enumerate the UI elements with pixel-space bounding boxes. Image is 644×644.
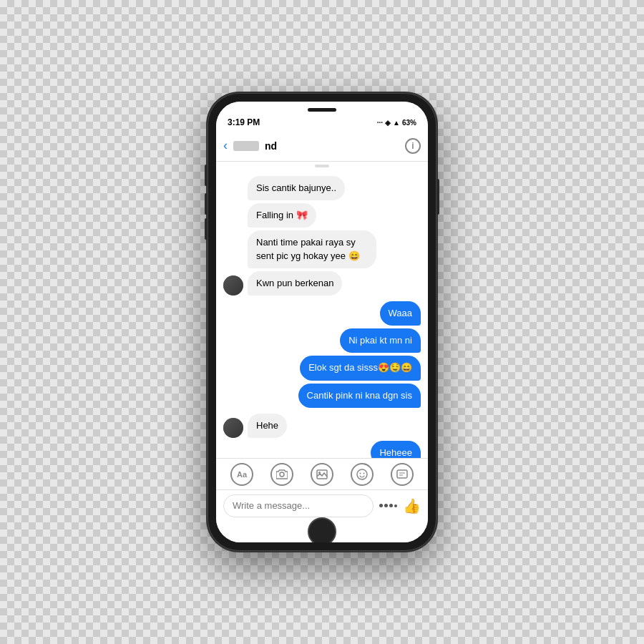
aa-label: Aa: [237, 470, 247, 479]
phone-device: 3:19 PM ··· ◈ ▲ 63% ‹ nd i: [208, 93, 436, 551]
message-bubble-10: Heheee: [371, 441, 421, 458]
contact-avatar-4: [223, 275, 243, 296]
msg-row-1: Sis cantik bajunye..: [223, 176, 421, 200]
svg-point-2: [318, 472, 321, 474]
message-bubble-8: Cantik pink ni kna dgn sis: [298, 384, 421, 408]
like-button[interactable]: 👍: [403, 497, 421, 514]
camera-button[interactable]: [270, 463, 293, 486]
message-bubble-5: Waaa: [380, 301, 421, 326]
status-bar: 3:19 PM ··· ◈ ▲ 63%: [216, 114, 428, 130]
back-button[interactable]: ‹: [223, 138, 228, 153]
msg-row-7: Elok sgt da sisss😍🤤😄: [223, 356, 421, 380]
camera-icon: [276, 469, 288, 479]
avatar-image-9: [223, 418, 243, 438]
message-bubble-2: Falling in 🎀: [248, 203, 316, 228]
text-format-button[interactable]: Aa: [230, 463, 253, 486]
message-bubble-4: Kwn pun berkenan: [248, 271, 342, 296]
msg-row-3: Nanti time pakai raya sy sent pic yg hok…: [223, 230, 421, 268]
msg-row-10: Heheee: [223, 441, 421, 458]
battery-icon: 63%: [402, 119, 416, 127]
msg-row-2: Falling in 🎀: [223, 203, 421, 228]
image-icon: [316, 469, 328, 479]
home-button[interactable]: [308, 517, 336, 542]
svg-rect-6: [397, 470, 407, 478]
msg-row-9: Hehe: [223, 414, 421, 438]
msg-row-6: Ni pkai kt mn ni: [223, 328, 421, 353]
message-bubble-9: Hehe: [248, 414, 287, 438]
scroll-indicator: [216, 162, 428, 170]
svg-point-5: [364, 472, 365, 474]
nav-bar: ‹ nd i: [216, 130, 428, 162]
home-area: [216, 521, 428, 542]
message-bubble-6: Ni pkai kt mn ni: [340, 328, 421, 353]
msg-row-4: Kwn pun berkenan: [223, 271, 421, 296]
msg-row-5: Waaa: [223, 301, 421, 326]
message-bubble-1: Sis cantik bajunye..: [248, 176, 345, 200]
sticker-icon: [396, 469, 408, 480]
input-bar: 👍: [216, 489, 428, 521]
contact-avatar-placeholder: [233, 141, 259, 151]
action-bar: Aa: [216, 458, 428, 489]
phone-top-bar: [216, 102, 428, 114]
message-bubble-3: Nanti time pakai raya sy sent pic yg hok…: [248, 230, 376, 268]
message-input[interactable]: [223, 494, 374, 517]
status-time: 3:19 PM: [228, 117, 260, 127]
avatar-image-4: [223, 275, 243, 296]
signal-dots-icon: ···: [377, 119, 383, 127]
chat-area[interactable]: Sis cantik bajunye.. Falling in 🎀 Nanti …: [216, 170, 428, 458]
sticker-button[interactable]: [391, 463, 414, 486]
more-options-icon[interactable]: [379, 504, 397, 507]
scroll-dot: [315, 165, 329, 167]
emoji-icon: [356, 469, 368, 480]
svg-point-3: [357, 469, 367, 479]
phone-screen: 3:19 PM ··· ◈ ▲ 63% ‹ nd i: [216, 102, 428, 542]
status-icons: ··· ◈ ▲ 63%: [377, 119, 416, 127]
message-bubble-7: Elok sgt da sisss😍🤤😄: [300, 356, 421, 380]
contact-name: nd: [265, 140, 277, 152]
info-button[interactable]: i: [405, 138, 421, 154]
image-button[interactable]: [311, 463, 333, 486]
wifi-icon: ◈: [385, 119, 391, 127]
signal-bars-icon: ▲: [393, 119, 400, 127]
info-icon: i: [411, 141, 414, 151]
contact-info[interactable]: nd: [233, 140, 405, 152]
contact-avatar-9: [223, 418, 243, 438]
svg-point-4: [360, 472, 361, 474]
svg-point-0: [280, 472, 284, 477]
msg-row-8: Cantik pink ni kna dgn sis: [223, 384, 421, 408]
emoji-button[interactable]: [351, 463, 374, 486]
speaker: [308, 108, 336, 112]
